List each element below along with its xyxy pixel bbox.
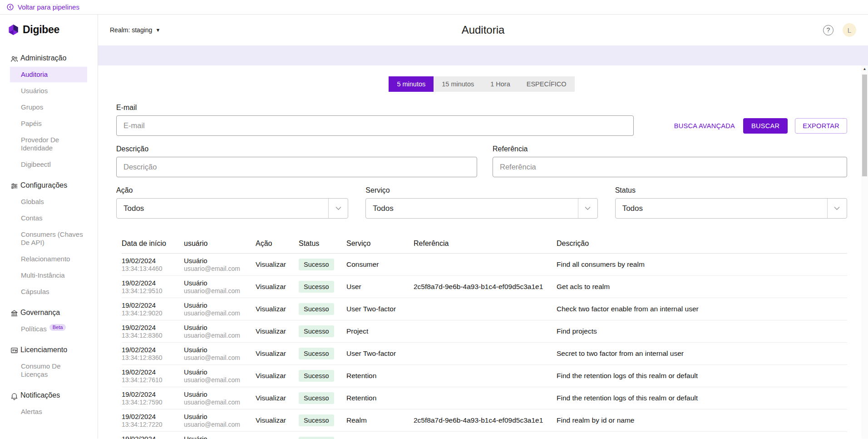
acao-select[interactable]: Todos xyxy=(116,198,348,219)
scrollbar-thumb[interactable] xyxy=(862,75,867,176)
sidebar-item-papeis[interactable]: Papéis xyxy=(10,116,87,131)
time-tab-15-minutos[interactable]: 15 minutos xyxy=(434,76,482,92)
status-badge: Sucesso xyxy=(299,414,334,426)
status-select[interactable]: Todos xyxy=(615,198,847,219)
back-to-pipelines-link[interactable]: Voltar para pipelines xyxy=(6,3,79,11)
sidebar-item-consumo-de-licencas[interactable]: Consumo De Licenças xyxy=(10,359,87,382)
sidebar-item-auditoria[interactable]: Auditoria xyxy=(10,67,87,82)
sidebar-item-provedor-de-identidade[interactable]: Provedor De Identidade xyxy=(10,132,87,156)
sidebar-section-licenciamento[interactable]: Licenciamento xyxy=(0,342,98,359)
sidebar-item-multi-instancia[interactable]: Multi-Instância xyxy=(10,268,87,283)
audit-table: Data de iníciousuárioAçãoStatusServiçoRe… xyxy=(116,234,847,439)
sidebar-item-globals[interactable]: Globals xyxy=(10,194,87,210)
cell-description: Secret to two factor from an internal us… xyxy=(557,349,847,358)
sidebar-item-relacionamento[interactable]: Relacionamento xyxy=(10,251,87,267)
cell-reference: 2c5f8a7d-9e6b-4a93-b1c4-ef09d5c3a1e1 xyxy=(414,283,557,291)
scrollbar-up-arrow[interactable]: ▲ xyxy=(861,65,868,72)
cell-date: 19/02/202413:34:12:7610 xyxy=(122,368,184,384)
cell-user: Usuáriousuario@email.com xyxy=(184,279,256,294)
sidebar-section-notificacoes[interactable]: Notificações xyxy=(0,388,98,404)
cell-status: Sucesso xyxy=(299,370,346,382)
email-input[interactable] xyxy=(116,115,634,136)
search-button[interactable]: BUSCAR xyxy=(743,118,788,134)
sidebar-item-capsulas[interactable]: Cápsulas xyxy=(10,284,87,299)
export-button[interactable]: EXPORTAR xyxy=(795,118,847,134)
sidebar-nav: AdministraçãoAuditoriaUsuáriosGruposPapé… xyxy=(0,50,98,419)
cell-date: 19/02/202413:34:12:8360 xyxy=(122,324,184,339)
reference-input[interactable] xyxy=(493,157,847,177)
sidebar-section-administracao[interactable]: Administração xyxy=(0,50,98,67)
status-field: Status Todos xyxy=(615,186,847,219)
cell-description: Find the retention logs of this realm or… xyxy=(557,372,847,380)
table-row[interactable]: 19/02/202413:34:12:7210Usuáriousuario@em… xyxy=(122,432,847,439)
realm-selector[interactable]: Realm: staging ▼ xyxy=(110,26,160,34)
select-filters-row: Ação Todos Serviço Todos xyxy=(116,186,847,219)
time-range-tabs: 5 minutos15 minutos1 HoraESPECÍFICO xyxy=(389,76,574,92)
cell-user: Usuáriousuario@email.com xyxy=(184,257,256,272)
sidebar-item-usuarios[interactable]: Usuários xyxy=(10,83,87,99)
table-row[interactable]: 19/02/202413:34:13:4460Usuáriousuario@em… xyxy=(122,254,847,276)
sidebar-section-configuracoes[interactable]: Configurações xyxy=(0,178,98,194)
column-header-data-de-inicio: Data de início xyxy=(122,239,184,248)
status-badge: Sucesso xyxy=(299,303,334,315)
back-link-label: Voltar para pipelines xyxy=(18,3,79,11)
scrollbar[interactable]: ▲ xyxy=(861,65,868,439)
avatar[interactable]: L xyxy=(843,23,856,37)
table-row[interactable]: 19/02/202413:34:12:9510Usuáriousuario@em… xyxy=(122,276,847,298)
cell-status: Sucesso xyxy=(299,281,346,293)
cell-reference: 2c5f8a7d-9e6b-4a93-b1c4-ef09d5c3a1e1 xyxy=(414,416,557,424)
sidebar-item-label: Usuários xyxy=(21,87,48,95)
sidebar-section-label: Notificações xyxy=(20,391,60,399)
sidebar-section-label: Configurações xyxy=(20,181,67,190)
cell-date: 19/02/202413:34:12:7210 xyxy=(122,435,184,439)
cell-service: User xyxy=(346,283,414,291)
cell-status: Sucesso xyxy=(299,414,346,426)
table-row[interactable]: 19/02/202413:34:12:9020Usuáriousuario@em… xyxy=(122,298,847,320)
sliders-icon xyxy=(10,182,19,190)
servico-select[interactable]: Todos xyxy=(365,198,597,219)
cell-status: Sucesso xyxy=(299,259,346,270)
content: 5 minutos15 minutos1 HoraESPECÍFICO E-ma… xyxy=(98,65,868,439)
table-row[interactable]: 19/02/202413:34:12:7220Usuáriousuario@em… xyxy=(122,409,847,432)
sidebar-item-politicas[interactable]: PolíticasBeta xyxy=(10,321,87,337)
description-field: Descrição xyxy=(116,145,477,177)
description-input[interactable] xyxy=(116,157,477,177)
sidebar-item-consumers-chaves-de-api[interactable]: Consumers (Chaves De API) xyxy=(10,227,87,250)
license-icon xyxy=(10,346,19,355)
table-row[interactable]: 19/02/202413:34:12:8360Usuáriousuario@em… xyxy=(122,343,847,365)
time-tab-1-hora[interactable]: 1 Hora xyxy=(482,76,518,92)
description-label: Descrição xyxy=(116,145,477,153)
sidebar-item-alertas[interactable]: Alertas xyxy=(10,404,87,419)
text-filters-row: Descrição Referência xyxy=(116,145,847,177)
cell-date: 19/02/202413:34:12:7590 xyxy=(122,390,184,406)
app-shell: Digibee AdministraçãoAuditoriaUsuáriosGr… xyxy=(0,15,868,439)
help-icon[interactable]: ? xyxy=(823,25,833,35)
table-row[interactable]: 19/02/202413:34:12:7610Usuáriousuario@em… xyxy=(122,365,847,387)
bell-icon xyxy=(10,392,19,400)
cell-action: Visualizar xyxy=(256,372,299,380)
cell-description: Find all consumers by realm xyxy=(557,260,847,269)
filter-actions: BUSCA AVANÇADA BUSCAR EXPORTAR xyxy=(673,118,847,134)
column-header-referencia: Referência xyxy=(414,239,557,248)
sidebar-item-digibeectl[interactable]: Digibeectl xyxy=(10,157,87,172)
sidebar-item-grupos[interactable]: Grupos xyxy=(10,100,87,115)
status-badge: Sucesso xyxy=(299,392,334,404)
time-tab-5-minutos[interactable]: 5 minutos xyxy=(389,76,434,92)
sidebar-item-contas[interactable]: Contas xyxy=(10,210,87,226)
sidebar-item-label: Cápsulas xyxy=(21,288,49,295)
time-tab-especifico[interactable]: ESPECÍFICO xyxy=(518,76,575,92)
sidebar-section-governanca[interactable]: Governança xyxy=(0,305,98,321)
cell-user: Usuáriousuario@email.com xyxy=(184,390,256,406)
table-row[interactable]: 19/02/202413:34:12:7590Usuáriousuario@em… xyxy=(122,387,847,409)
cell-description: Find the retention logs of this realm or… xyxy=(557,394,847,402)
advanced-search-button[interactable]: BUSCA AVANÇADA xyxy=(673,120,736,132)
cell-service: Project xyxy=(346,327,414,335)
sidebar-section-label: Licenciamento xyxy=(20,346,67,354)
time-range-tabs-wrap: 5 minutos15 minutos1 HoraESPECÍFICO xyxy=(116,76,847,92)
digibee-logo[interactable]: Digibee xyxy=(0,15,98,45)
action-label: Ação xyxy=(116,186,348,195)
status-badge: Sucesso xyxy=(299,370,334,382)
digibee-logo-text: Digibee xyxy=(23,24,59,36)
sidebar-item-label: Políticas xyxy=(21,325,47,333)
table-row[interactable]: 19/02/202413:34:12:8360Usuáriousuario@em… xyxy=(122,320,847,343)
